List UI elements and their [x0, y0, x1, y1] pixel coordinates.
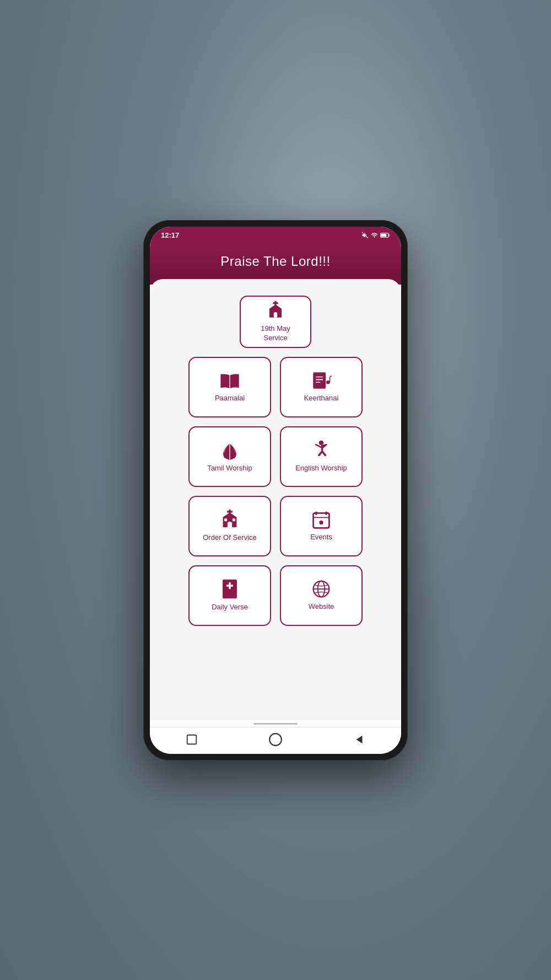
card-website[interactable]: Website: [280, 565, 363, 626]
svg-rect-28: [226, 585, 233, 586]
svg-point-8: [326, 381, 330, 384]
card-english-worship[interactable]: English Worship: [280, 426, 363, 487]
svg-rect-6: [274, 312, 277, 318]
card-daily-verse[interactable]: Daily Verse: [188, 565, 271, 626]
nav-home-button[interactable]: [268, 732, 283, 747]
church-icon: [265, 300, 286, 321]
card-label-keerthanai: Keerthanai: [304, 394, 339, 403]
bible-icon: [220, 579, 239, 599]
grid-row-4: Daily Verse Website: [161, 565, 390, 626]
svg-rect-19: [224, 518, 227, 521]
card-events[interactable]: Events: [280, 496, 363, 556]
card-paamalai[interactable]: Paamalai: [188, 357, 271, 417]
svg-line-10: [330, 376, 332, 377]
svg-rect-20: [233, 518, 235, 521]
nav-recents-button[interactable]: [184, 732, 199, 747]
grid-row-2: Tamil Worship Engli: [161, 426, 390, 487]
status-time: 12:17: [161, 231, 179, 239]
svg-rect-32: [187, 735, 197, 744]
book-open-icon: [219, 371, 241, 390]
recents-icon: [186, 733, 198, 746]
svg-line-15: [316, 445, 321, 447]
signal-icon: [371, 232, 378, 239]
card-tamil-worship[interactable]: Tamil Worship: [188, 426, 271, 487]
card-19th-may-service[interactable]: 19th MayService: [240, 296, 311, 348]
phone-screen: 12:17 Praise The Lord!!!: [150, 227, 401, 754]
church2-icon: [219, 509, 240, 530]
status-bar: 12:17: [150, 227, 401, 243]
mute-icon: [361, 232, 369, 239]
globe-icon: [311, 579, 331, 599]
card-order-of-service[interactable]: Order Of Service: [188, 496, 271, 556]
card-label-website: Website: [309, 602, 334, 612]
nav-back-button[interactable]: [352, 732, 367, 747]
app-header: Praise The Lord!!!: [150, 243, 401, 285]
card-label-events: Events: [310, 533, 332, 542]
card-label-paamalai: Paamalai: [215, 394, 245, 403]
phone-container: 12:17 Praise The Lord!!!: [143, 220, 408, 761]
main-content: 19th MayService Paamalai: [150, 279, 401, 719]
svg-marker-34: [356, 735, 363, 743]
svg-rect-23: [325, 512, 327, 515]
app-title: Praise The Lord!!!: [159, 254, 392, 269]
grid-row-1: Paamalai: [161, 357, 390, 417]
grid-row-3: Order Of Service Events: [161, 496, 390, 556]
card-label-order-of-service: Order Of Service: [203, 533, 257, 543]
worship-person-icon: [311, 440, 331, 460]
bottom-nav: [150, 727, 401, 754]
praying-hands-icon: [219, 440, 241, 460]
svg-rect-21: [314, 513, 329, 528]
back-icon: [353, 733, 365, 746]
card-label-english-worship: English Worship: [295, 464, 347, 473]
svg-rect-18: [227, 511, 233, 512]
status-icons: [361, 232, 390, 239]
card-label-19th-may-service: 19th MayService: [261, 324, 290, 343]
calendar-icon: [311, 510, 331, 529]
svg-rect-5: [273, 302, 278, 304]
card-keerthanai[interactable]: Keerthanai: [280, 357, 363, 417]
svg-point-25: [319, 521, 323, 524]
battery-icon: [380, 232, 390, 239]
nav-home-indicator-bar: [150, 719, 401, 727]
music-book-icon: [310, 371, 332, 390]
svg-point-33: [269, 733, 282, 746]
home-circle-icon: [268, 732, 283, 747]
svg-rect-3: [381, 233, 387, 236]
card-label-tamil-worship: Tamil Worship: [207, 464, 252, 473]
svg-point-14: [319, 441, 323, 445]
svg-rect-22: [315, 512, 317, 515]
svg-rect-2: [388, 234, 390, 236]
card-label-daily-verse: Daily Verse: [212, 603, 248, 612]
